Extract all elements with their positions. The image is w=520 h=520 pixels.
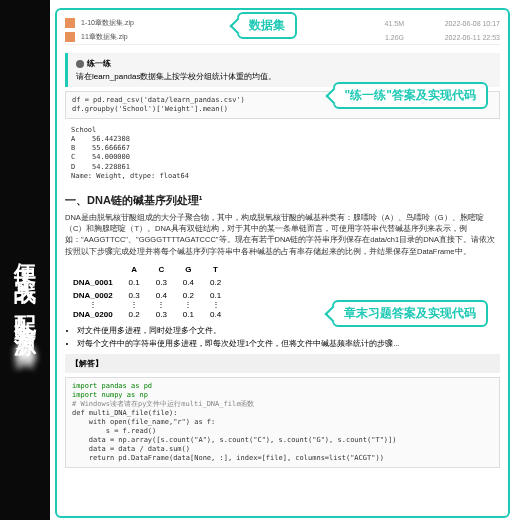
list-item: 对每个文件中的字符串使用多进程，即每次处理1个文件，但将文件中碱基频率统计的步骤…: [77, 338, 500, 349]
file-size: 41.5M: [354, 20, 404, 27]
table-row: DNA_0200 0.20.30.10.4: [65, 308, 229, 321]
main-panel: 数据集 "练一练"答案及实现代码 章末习题答案及实现代码 1-10章数据集.zi…: [55, 8, 510, 518]
sidebar: 便于实战 配套资源免费: [0, 0, 50, 520]
paragraph: DNA是由脱氧核苷酸组成的大分子聚合物，其中，构成脱氧核苷酸的碱基种类有：腺嘌呤…: [65, 212, 500, 257]
gear-icon: [76, 60, 84, 68]
callout-dataset: 数据集: [237, 12, 297, 39]
dna-table: A C G T DNA_0001 0.10.30.40.2 DNA_0002 0…: [65, 263, 229, 321]
bullet-list: 对文件使用多进程，同时处理多个文件。 对每个文件中的字符串使用多进程，即每次处理…: [65, 325, 500, 350]
output-block-1: School A 56.442308 B 55.666667 C 54.0000…: [65, 122, 500, 185]
file-name: 1-10章数据集.zip: [81, 18, 348, 28]
callout-chapter-answer: 章末习题答案及实现代码: [332, 300, 488, 327]
callout-exercise-answer: "练一练"答案及实现代码: [333, 82, 488, 109]
file-size: 1.26G: [354, 34, 404, 41]
exercise-desc: 请在learn_pandas数据集上按学校分组统计体重的均值。: [76, 71, 492, 82]
table-header-row: A C G T: [65, 263, 229, 276]
table-row: DNA_0001 0.10.30.40.2: [65, 276, 229, 289]
file-name: 11章数据集.zip: [81, 32, 348, 42]
code-block-2: import pandas as pd import numpy as np #…: [65, 377, 500, 469]
zip-icon: [65, 32, 75, 42]
zip-icon: [65, 18, 75, 28]
file-date: 2022-06-08 10:17: [410, 20, 500, 27]
exercise-title: 练一练: [76, 58, 492, 69]
file-date: 2022-06-11 22:53: [410, 34, 500, 41]
sidebar-title: 便于实战 配套资源免费: [12, 246, 38, 334]
section-title: 一、DNA链的碱基序列处理¹: [65, 193, 500, 208]
answer-label: 【解答】: [65, 354, 500, 373]
